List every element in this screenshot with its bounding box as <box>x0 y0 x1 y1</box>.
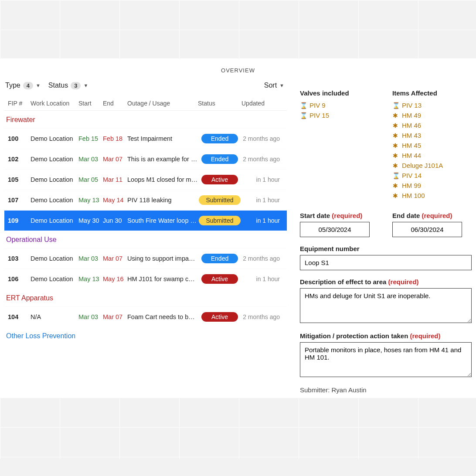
table-row[interactable]: 109Demo LocationMay 30Jun 30South Fire W… <box>4 210 287 231</box>
cell-status: Submitted <box>198 195 241 205</box>
cell-outage: Using to support impac… <box>127 255 198 262</box>
status-badge: Submitted <box>199 195 240 205</box>
table-body[interactable]: Firewater100Demo LocationFeb 15Feb 18Tes… <box>4 111 287 339</box>
table-row[interactable]: 105Demo LocationMar 05Mar 11Loops M1 clo… <box>4 169 287 190</box>
chevron-down-icon: ▼ <box>36 83 41 88</box>
cell-status: Active <box>198 312 241 322</box>
valves-included-title: Valves included <box>300 89 379 97</box>
valve-icon: ⌛ <box>392 172 398 179</box>
valve-icon: ⌛ <box>300 102 306 109</box>
col-status: Status <box>198 100 241 107</box>
affected-label: HM 49 <box>402 112 421 119</box>
filter-status[interactable]: Status 3 ▼ <box>48 82 88 89</box>
mitigation-textarea[interactable] <box>300 342 472 377</box>
affected-label: HM 99 <box>402 182 421 189</box>
affected-label: HM 45 <box>402 142 421 149</box>
cell-fip: 105 <box>8 176 31 183</box>
valves-list: ⌛PIV 9⌛PIV 15 <box>300 100 379 120</box>
affected-item[interactable]: ✱HM 44 <box>392 150 472 160</box>
background-grid-top <box>0 0 476 58</box>
cell-status: Active <box>198 175 241 184</box>
cell-fip: 102 <box>8 156 31 163</box>
col-fip: FIP # <box>8 100 31 107</box>
filter-type[interactable]: Type 4 ▼ <box>5 82 41 89</box>
mitigation-label: Mitigation / protection action taken (re… <box>300 332 472 340</box>
affected-label: PIV 14 <box>402 172 422 179</box>
cell-updated: in 1 hour <box>241 176 283 183</box>
description-textarea[interactable] <box>300 288 472 323</box>
col-outage: Outage / Usage <box>127 100 198 107</box>
affected-item[interactable]: ✱HM 49 <box>392 110 472 120</box>
table-row[interactable]: 106Demo LocationMay 13May 16HM J101 for … <box>4 269 287 289</box>
affected-item[interactable]: ✱HM 43 <box>392 130 472 140</box>
monitor-icon: ✱ <box>392 162 398 169</box>
cell-end: Mar 07 <box>103 255 127 262</box>
cell-fip: 100 <box>8 135 31 142</box>
submitter: Submitter: Ryan Austin <box>300 386 472 394</box>
list-panel: Type 4 ▼ Status 3 ▼ Sort ▼ FIP # Work Lo… <box>4 82 287 394</box>
monitor-icon: ✱ <box>392 142 398 149</box>
table-row[interactable]: 100Demo LocationFeb 15Feb 18Test Impairm… <box>4 128 287 149</box>
cell-start: May 13 <box>78 275 103 282</box>
valve-label: PIV 9 <box>309 102 326 109</box>
cell-updated: 2 months ago <box>241 313 283 320</box>
valve-icon: ⌛ <box>392 102 398 109</box>
affected-label: Deluge J101A <box>402 162 443 169</box>
valve-item[interactable]: ⌛PIV 9 <box>300 100 379 110</box>
affected-item[interactable]: ✱Deluge J101A <box>392 160 472 170</box>
cell-end: Mar 11 <box>103 176 127 183</box>
filter-status-count: 3 <box>71 82 81 89</box>
monitor-icon: ✱ <box>392 182 398 189</box>
monitor-icon: ✱ <box>392 122 398 129</box>
table-row[interactable]: 104N/AMar 03Mar 07Foam Cart needs to be … <box>4 306 287 327</box>
cell-status: Ended <box>198 134 241 143</box>
cell-location: Demo Location <box>31 135 78 142</box>
affected-item[interactable]: ⌛PIV 13 <box>392 100 472 110</box>
status-badge: Ended <box>201 154 238 164</box>
table-row[interactable]: 103Demo LocationMar 03Mar 07Using to sup… <box>4 248 287 269</box>
col-start: Start <box>78 100 103 107</box>
status-badge: Submitted <box>199 216 240 225</box>
affected-item[interactable]: ✱HM 100 <box>392 190 472 201</box>
equipment-number-label: Equipment number <box>300 245 472 252</box>
status-badge: Ended <box>201 254 238 263</box>
valve-item[interactable]: ⌛PIV 15 <box>300 110 379 120</box>
status-badge: Active <box>201 274 238 284</box>
cell-updated: in 1 hour <box>241 197 283 204</box>
cell-updated: 2 months ago <box>241 255 283 262</box>
table-row[interactable]: 107Demo LocationMay 13May 14PIV 118 leak… <box>4 190 287 210</box>
cell-status: Ended <box>198 254 241 263</box>
end-date-input[interactable] <box>392 222 462 237</box>
cell-outage: Test Impairment <box>127 135 198 142</box>
cell-fip: 109 <box>8 217 31 224</box>
cell-start: Mar 05 <box>78 176 103 183</box>
cell-updated: in 1 hour <box>241 275 283 282</box>
group-header[interactable]: Other Loss Prevention <box>4 327 287 339</box>
group-header[interactable]: ERT Apparatus <box>4 289 287 306</box>
filter-type-label: Type <box>5 82 20 89</box>
cell-outage: HM J101 for swamp co… <box>127 275 198 282</box>
cell-location: Demo Location <box>31 176 78 183</box>
table-header: FIP # Work Location Start End Outage / U… <box>4 96 287 111</box>
affected-item[interactable]: ✱HM 45 <box>392 140 472 150</box>
filter-type-count: 4 <box>23 82 33 89</box>
status-badge: Active <box>201 312 238 322</box>
table-row[interactable]: 102Demo LocationMar 03Mar 07This is an e… <box>4 149 287 169</box>
end-date-label: End date (required) <box>392 212 472 219</box>
start-date-input[interactable] <box>300 222 370 237</box>
cell-fip: 107 <box>8 197 31 204</box>
affected-item[interactable]: ✱HM 99 <box>392 180 472 190</box>
sort-dropdown[interactable]: Sort ▼ <box>264 82 284 89</box>
col-updated: Updated <box>241 100 283 107</box>
cell-location: N/A <box>31 313 78 320</box>
affected-item[interactable]: ✱HM 46 <box>392 120 472 130</box>
cell-end: Jun 30 <box>103 217 127 224</box>
monitor-icon: ✱ <box>392 192 398 199</box>
group-header[interactable]: Operational Use <box>4 231 287 248</box>
equipment-number-input[interactable] <box>300 255 472 270</box>
sort-label: Sort <box>264 82 277 89</box>
cell-location: Demo Location <box>31 275 78 282</box>
group-header[interactable]: Firewater <box>4 111 287 128</box>
affected-item[interactable]: ⌛PIV 14 <box>392 170 472 180</box>
cell-status: Ended <box>198 154 241 164</box>
